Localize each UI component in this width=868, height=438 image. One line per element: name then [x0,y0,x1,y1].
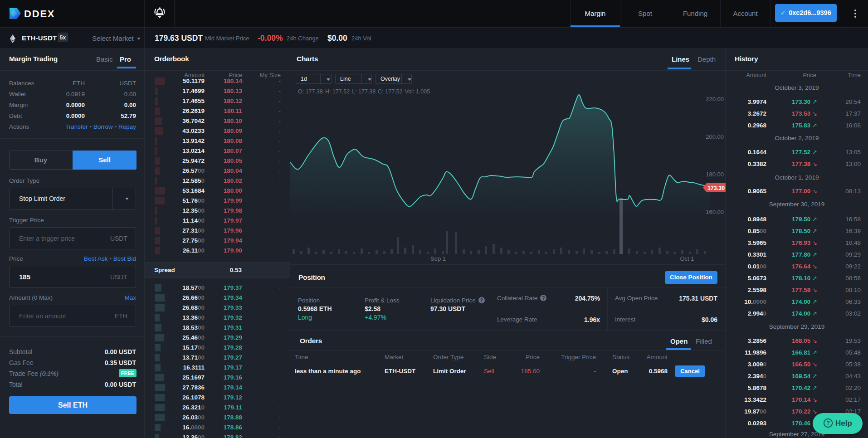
svg-text:Sep 1: Sep 1 [430,255,446,262]
svg-text:Oct 1: Oct 1 [680,255,694,262]
svg-text:200.00: 200.00 [706,133,724,140]
svg-text:220.00: 220.00 [706,96,724,102]
svg-text:160.00: 160.00 [706,209,724,215]
svg-text:173.30: 173.30 [707,185,725,191]
svg-text:180.00: 180.00 [706,171,724,178]
svg-text:?: ? [826,420,830,426]
